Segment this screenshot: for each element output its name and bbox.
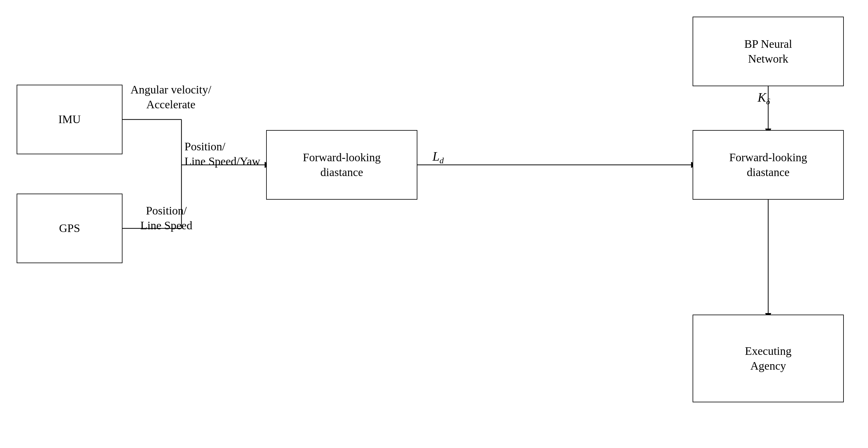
angular-velocity-label: Angular velocity/Accelerate [127, 82, 215, 112]
ld-label: Ld [433, 148, 444, 167]
position-linespeed-label: Position/Line Speed [127, 203, 206, 233]
kdelta-label: Kδ [757, 89, 770, 108]
bp-box: BP NeuralNetwork [692, 17, 844, 86]
fld2-box: Forward-lookingdiastance [692, 130, 844, 200]
diagram-container: IMU GPS Forward-lookingdiastance BP Neur… [0, 0, 868, 448]
position-linespeed-yaw-label: Position/Line Speed/Yaw [185, 139, 269, 169]
executing-agency-box: ExecutingAgency [692, 315, 844, 402]
gps-box: GPS [17, 193, 123, 263]
imu-box: IMU [17, 85, 123, 154]
fld1-box: Forward-lookingdiastance [266, 130, 417, 200]
